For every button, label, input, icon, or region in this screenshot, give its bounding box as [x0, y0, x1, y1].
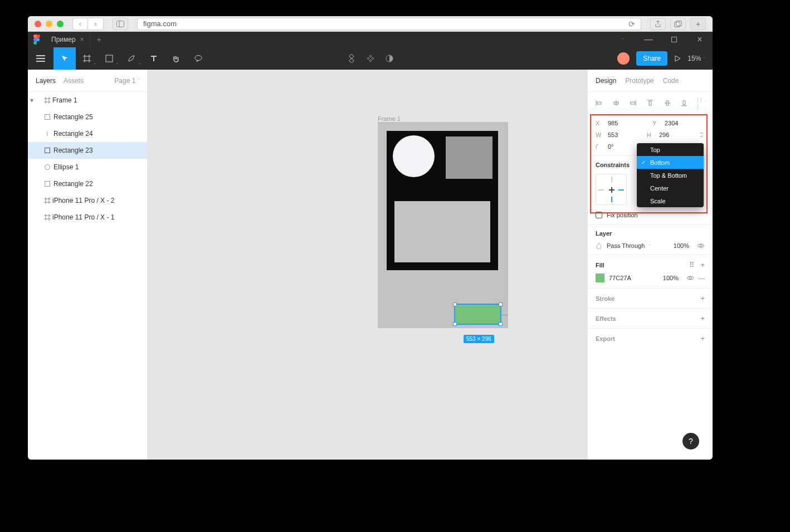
fill-hex-input[interactable]: 77C27A [609, 275, 631, 281]
dropdown-icon[interactable]: ˇ [610, 32, 636, 47]
layer-frame[interactable]: iPhone 11 Pro / X - 2 [28, 192, 147, 209]
constraints-widget[interactable] [596, 174, 627, 205]
avatar-icon[interactable] [617, 52, 630, 65]
reload-icon[interactable]: ⟳ [628, 19, 635, 28]
canvas-ellipse[interactable] [393, 135, 435, 177]
chevron-down-icon[interactable]: ˇ [116, 62, 118, 67]
layer-item[interactable]: Ellipse 1 [28, 159, 147, 175]
h-input[interactable]: 296 [659, 131, 694, 138]
tab-code[interactable]: Code [663, 77, 679, 85]
chevron-down-icon[interactable]: ˇ [139, 62, 140, 67]
mask-icon[interactable] [385, 54, 394, 63]
frame-title[interactable]: Frame 1 [378, 115, 401, 122]
distribute-icon[interactable]: | | |ˇ [697, 99, 706, 108]
layer-item[interactable]: Rectangle 25 [28, 109, 147, 125]
chevron-down-icon[interactable]: ˇ [649, 243, 651, 248]
resize-handle-bottom-left[interactable] [453, 322, 457, 326]
move-tool[interactable]: ˇ [53, 47, 76, 70]
hand-tool[interactable] [165, 47, 187, 70]
layer-frame[interactable]: ▾ Frame 1 [28, 92, 147, 109]
visibility-icon[interactable] [686, 275, 694, 281]
canvas-selected-rectangle[interactable] [454, 304, 501, 325]
forward-button[interactable]: › [88, 18, 104, 30]
shape-tool[interactable]: ˇ [98, 47, 120, 70]
add-export-icon[interactable]: + [700, 334, 705, 343]
menu-item-top-bottom[interactable]: Top & Bottom [637, 169, 704, 182]
fill-opacity-input[interactable]: 100% [663, 275, 679, 281]
menu-item-scale[interactable]: Scale [637, 194, 704, 207]
blend-mode-dropdown[interactable]: Pass Through [607, 242, 645, 249]
canvas-gray-square[interactable] [446, 136, 492, 179]
fix-position-checkbox[interactable] [596, 212, 602, 218]
minimize-icon[interactable]: — [636, 32, 661, 47]
layer-item[interactable]: Rectangle 22 [28, 175, 147, 192]
resize-handle-top-left[interactable] [453, 302, 457, 306]
add-effect-icon[interactable]: + [700, 314, 705, 323]
tab-design[interactable]: Design [596, 77, 616, 85]
visibility-icon[interactable] [697, 242, 705, 249]
instance-icon[interactable] [366, 54, 375, 63]
align-vcenter-icon[interactable] [663, 99, 672, 108]
canvas[interactable]: Frame 1 553 × 296 [148, 70, 587, 460]
add-tab-button[interactable]: + [90, 32, 108, 47]
hamburger-menu-icon[interactable] [28, 55, 53, 62]
resize-handle-bottom-right[interactable] [499, 322, 503, 326]
w-input[interactable]: 553 [608, 131, 642, 138]
safari-new-tab-button[interactable]: + [690, 18, 706, 30]
safari-share-button[interactable] [650, 18, 666, 30]
text-tool[interactable] [143, 47, 165, 70]
layer-opacity-input[interactable]: 100% [674, 242, 689, 249]
component-icon[interactable] [347, 54, 356, 63]
add-stroke-icon[interactable]: + [700, 294, 705, 302]
layer-item[interactable]: Rectangle 24 [28, 125, 147, 142]
pen-tool[interactable]: ˇ [120, 47, 143, 70]
close-tab-icon[interactable]: × [80, 36, 84, 43]
canvas-black-rectangle[interactable] [387, 131, 498, 270]
back-button[interactable]: ‹ [72, 18, 88, 30]
close-icon[interactable]: × [687, 32, 713, 47]
chevron-down-icon[interactable]: ˇ [94, 62, 96, 67]
tab-assets[interactable]: Assets [64, 77, 84, 85]
comment-tool[interactable] [187, 47, 209, 70]
chevron-down-icon[interactable]: ˇ [72, 62, 74, 67]
help-button[interactable]: ? [682, 433, 699, 450]
constrain-proportions-icon[interactable] [698, 131, 705, 139]
align-hcenter-icon[interactable] [612, 99, 621, 108]
maximize-window-icon[interactable] [57, 21, 64, 27]
minimize-window-icon[interactable] [46, 21, 52, 27]
menu-item-top[interactable]: Top [637, 143, 704, 156]
canvas-gray-rectangle[interactable] [394, 201, 490, 262]
tab-layers[interactable]: Layers [36, 77, 56, 85]
y-input[interactable]: 2304 [665, 120, 705, 126]
safari-tabs-button[interactable] [670, 18, 686, 30]
align-right-icon[interactable] [628, 99, 637, 108]
style-icon[interactable]: ⠿ [689, 261, 695, 269]
present-icon[interactable] [674, 55, 681, 62]
fill-swatch[interactable] [596, 274, 604, 282]
tab-prototype[interactable]: Prototype [625, 77, 654, 85]
safari-sidebar-button[interactable] [113, 18, 128, 30]
canvas-frame[interactable] [378, 122, 508, 328]
align-top-icon[interactable] [646, 99, 655, 108]
x-input[interactable]: 985 [608, 120, 648, 126]
share-button[interactable]: Share [636, 51, 667, 66]
chevron-down-icon[interactable]: ▾ [28, 96, 36, 104]
restore-icon[interactable] [661, 32, 687, 47]
zoom-dropdown[interactable]: 15% ˇ [687, 55, 705, 62]
menu-item-bottom[interactable]: Bottom [637, 156, 704, 169]
frame-tool[interactable]: ˇ [76, 47, 98, 70]
layer-frame[interactable]: iPhone 11 Pro / X - 1 [28, 209, 147, 226]
url-bar[interactable]: figma.com ⟳ [137, 18, 641, 30]
guide-line [502, 315, 508, 315]
resize-handle-top-right[interactable] [499, 302, 503, 306]
layer-item-selected[interactable]: Rectangle 23 [28, 142, 147, 159]
align-bottom-icon[interactable] [680, 99, 689, 108]
tab-file[interactable]: Пример × [46, 32, 90, 47]
close-window-icon[interactable] [35, 21, 41, 27]
page-selector[interactable]: Page 1 ˇ [114, 77, 139, 85]
remove-fill-icon[interactable]: — [699, 275, 705, 281]
figma-logo-icon[interactable] [28, 32, 46, 47]
add-fill-icon[interactable]: + [700, 261, 705, 269]
menu-item-center[interactable]: Center [637, 182, 704, 194]
align-left-icon[interactable] [594, 99, 603, 108]
